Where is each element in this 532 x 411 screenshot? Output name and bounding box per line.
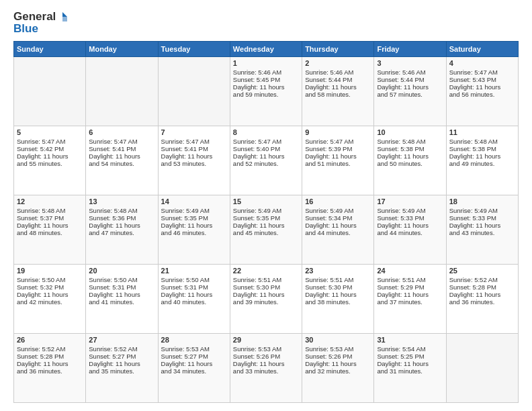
cell-content-line: Daylight: 11 hours (377, 83, 443, 91)
day-number: 15 (233, 197, 299, 205)
cell-content-line: Sunset: 5:32 PM (17, 283, 83, 291)
cell-content-line: Sunrise: 5:47 AM (449, 68, 515, 76)
weekday-header: Sunday (14, 42, 86, 57)
calendar-cell: 12Sunrise: 5:48 AMSunset: 5:37 PMDayligh… (14, 195, 86, 265)
calendar-cell: 8Sunrise: 5:47 AMSunset: 5:40 PMDaylight… (230, 126, 302, 195)
cell-content-line: and 38 minutes. (305, 298, 371, 306)
calendar-cell (14, 57, 86, 126)
cell-content-line: Sunset: 5:25 PM (377, 353, 443, 360)
day-number: 10 (377, 128, 443, 136)
cell-content-line: Sunset: 5:43 PM (449, 76, 515, 83)
calendar-table: SundayMondayTuesdayWednesdayThursdayFrid… (13, 41, 519, 403)
weekday-header: Thursday (302, 42, 374, 57)
cell-content-line: Sunset: 5:33 PM (377, 214, 443, 222)
day-number: 18 (449, 197, 515, 205)
cell-content-line: Daylight: 11 hours (449, 291, 515, 298)
cell-content-line: Daylight: 11 hours (233, 291, 299, 298)
cell-content-line: Sunset: 5:29 PM (377, 283, 443, 291)
calendar-cell: 15Sunrise: 5:49 AMSunset: 5:35 PMDayligh… (230, 195, 302, 265)
cell-content-line: Sunrise: 5:50 AM (161, 276, 227, 283)
cell-content-line: and 36 minutes. (449, 298, 515, 306)
day-number: 8 (233, 128, 299, 136)
cell-content-line: Daylight: 11 hours (233, 360, 299, 367)
day-number: 31 (377, 336, 443, 344)
calendar-cell: 27Sunrise: 5:52 AMSunset: 5:27 PMDayligh… (86, 334, 158, 403)
weekday-header-row: SundayMondayTuesdayWednesdayThursdayFrid… (14, 42, 519, 57)
cell-content-line: Daylight: 11 hours (305, 360, 371, 367)
calendar-cell: 5Sunrise: 5:47 AMSunset: 5:42 PMDaylight… (14, 126, 86, 195)
cell-content-line: and 37 minutes. (377, 298, 443, 306)
day-number: 6 (89, 128, 154, 136)
cell-content-line: and 47 minutes. (89, 229, 154, 236)
day-number: 28 (161, 336, 227, 344)
day-number: 12 (17, 197, 83, 205)
cell-content-line: Sunset: 5:38 PM (377, 145, 443, 152)
calendar-cell (158, 57, 230, 126)
cell-content-line: and 51 minutes. (305, 160, 371, 167)
calendar-week-row: 5Sunrise: 5:47 AMSunset: 5:42 PMDaylight… (14, 126, 519, 195)
calendar-cell: 19Sunrise: 5:50 AMSunset: 5:32 PMDayligh… (14, 265, 86, 334)
calendar-cell: 21Sunrise: 5:50 AMSunset: 5:31 PMDayligh… (158, 265, 230, 334)
cell-content-line: Sunrise: 5:47 AM (233, 138, 299, 145)
cell-content-line: Sunrise: 5:50 AM (17, 276, 83, 283)
cell-content-line: Sunrise: 5:46 AM (305, 68, 371, 76)
weekday-header: Monday (86, 42, 158, 57)
day-number: 27 (89, 336, 154, 344)
cell-content-line: Sunset: 5:28 PM (449, 283, 515, 291)
cell-content-line: Sunrise: 5:47 AM (89, 138, 154, 145)
day-number: 21 (161, 267, 227, 275)
cell-content-line: Daylight: 11 hours (89, 222, 154, 229)
cell-content-line: Sunset: 5:34 PM (305, 214, 371, 222)
cell-content-line: and 55 minutes. (17, 160, 83, 167)
calendar-cell: 22Sunrise: 5:51 AMSunset: 5:30 PMDayligh… (230, 265, 302, 334)
cell-content-line: Sunset: 5:37 PM (17, 214, 83, 222)
calendar-cell: 11Sunrise: 5:48 AMSunset: 5:38 PMDayligh… (446, 126, 518, 195)
day-number: 13 (89, 197, 154, 205)
cell-content-line: and 43 minutes. (449, 229, 515, 236)
day-number: 19 (17, 267, 83, 275)
calendar-cell: 30Sunrise: 5:53 AMSunset: 5:26 PMDayligh… (302, 334, 374, 403)
day-number: 1 (233, 59, 299, 67)
cell-content-line: Daylight: 11 hours (17, 152, 83, 160)
cell-content-line: Sunset: 5:42 PM (17, 145, 83, 152)
cell-content-line: Daylight: 11 hours (233, 83, 299, 91)
day-number: 9 (305, 128, 371, 136)
cell-content-line: Sunset: 5:31 PM (161, 283, 227, 291)
calendar-cell: 7Sunrise: 5:47 AMSunset: 5:41 PMDaylight… (158, 126, 230, 195)
weekday-header: Friday (374, 42, 446, 57)
cell-content-line: and 44 minutes. (305, 229, 371, 236)
cell-content-line: Sunrise: 5:49 AM (233, 207, 299, 214)
calendar-cell (446, 334, 518, 403)
day-number: 16 (305, 197, 371, 205)
calendar-cell: 1Sunrise: 5:46 AMSunset: 5:45 PMDaylight… (230, 57, 302, 126)
calendar-cell: 13Sunrise: 5:48 AMSunset: 5:36 PMDayligh… (86, 195, 158, 265)
cell-content-line: and 41 minutes. (89, 298, 154, 306)
calendar-cell: 17Sunrise: 5:49 AMSunset: 5:33 PMDayligh… (374, 195, 446, 265)
cell-content-line: Sunrise: 5:52 AM (449, 276, 515, 283)
calendar-cell: 6Sunrise: 5:47 AMSunset: 5:41 PMDaylight… (86, 126, 158, 195)
cell-content-line: and 40 minutes. (161, 298, 227, 306)
cell-content-line: Sunrise: 5:47 AM (17, 138, 83, 145)
calendar-cell: 2Sunrise: 5:46 AMSunset: 5:44 PMDaylight… (302, 57, 374, 126)
cell-content-line: Daylight: 11 hours (89, 360, 154, 367)
cell-content-line: and 31 minutes. (377, 367, 443, 375)
page: General Blue SundayMondayTuesdayWednesda… (0, 0, 532, 411)
cell-content-line: Daylight: 11 hours (161, 291, 227, 298)
logo: General Blue (13, 11, 68, 36)
cell-content-line: Daylight: 11 hours (377, 222, 443, 229)
calendar-cell: 24Sunrise: 5:51 AMSunset: 5:29 PMDayligh… (374, 265, 446, 334)
calendar-cell: 23Sunrise: 5:51 AMSunset: 5:30 PMDayligh… (302, 265, 374, 334)
cell-content-line: Sunset: 5:44 PM (377, 76, 443, 83)
cell-content-line: Daylight: 11 hours (17, 222, 83, 229)
day-number: 26 (17, 336, 83, 344)
calendar-week-row: 12Sunrise: 5:48 AMSunset: 5:37 PMDayligh… (14, 195, 519, 265)
cell-content-line: and 58 minutes. (305, 91, 371, 98)
day-number: 23 (305, 267, 371, 275)
cell-content-line: Sunset: 5:38 PM (449, 145, 515, 152)
calendar-cell (86, 57, 158, 126)
header: General Blue (13, 11, 519, 36)
cell-content-line: and 45 minutes. (233, 229, 299, 236)
day-number: 14 (161, 197, 227, 205)
day-number: 24 (377, 267, 443, 275)
cell-content-line: Sunset: 5:30 PM (233, 283, 299, 291)
